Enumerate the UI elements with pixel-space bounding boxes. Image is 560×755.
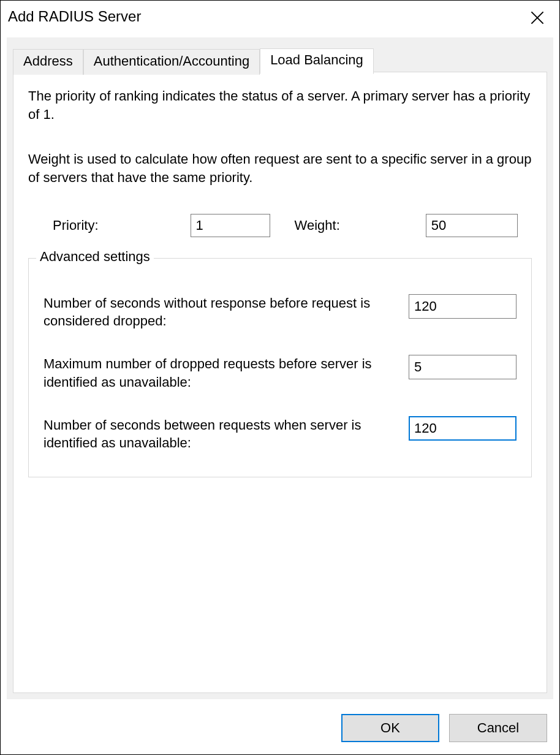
- priority-description-text: The priority of ranking indicates the st…: [28, 87, 532, 123]
- dialog-title: Add RADIUS Server: [8, 6, 141, 25]
- advanced-settings-group: Advanced settings Number of seconds with…: [28, 258, 532, 477]
- adv-max-dropped-input[interactable]: [409, 355, 516, 379]
- dialog-body: Address Authentication/Accounting Load B…: [7, 37, 553, 699]
- adv-row-max-dropped: Maximum number of dropped requests befor…: [44, 355, 516, 391]
- advanced-settings-legend: Advanced settings: [36, 249, 154, 265]
- weight-description-text: Weight is used to calculate how often re…: [28, 150, 532, 186]
- tab-load-balancing[interactable]: Load Balancing: [260, 48, 374, 74]
- dialog-footer: OK Cancel: [341, 714, 547, 742]
- tab-strip: Address Authentication/Accounting Load B…: [13, 48, 374, 74]
- titlebar: Add RADIUS Server: [1, 1, 559, 37]
- close-icon: [531, 11, 544, 25]
- priority-label: Priority:: [53, 218, 99, 233]
- adv-row-retry-seconds: Number of seconds between requests when …: [44, 416, 516, 452]
- weight-input[interactable]: [426, 214, 518, 237]
- add-radius-server-dialog: Add RADIUS Server Address Authentication…: [0, 0, 560, 755]
- adv-dropped-seconds-input[interactable]: [409, 294, 516, 319]
- cancel-button[interactable]: Cancel: [449, 714, 547, 742]
- tab-authentication-accounting[interactable]: Authentication/Accounting: [83, 49, 260, 75]
- weight-label: Weight:: [295, 218, 340, 233]
- adv-retry-seconds-label: Number of seconds between requests when …: [44, 416, 399, 452]
- priority-input[interactable]: [191, 214, 270, 237]
- tab-panel-load-balancing: The priority of ranking indicates the st…: [13, 72, 547, 693]
- tab-address[interactable]: Address: [13, 49, 83, 75]
- adv-retry-seconds-input[interactable]: [409, 416, 516, 441]
- adv-dropped-seconds-label: Number of seconds without response befor…: [44, 294, 399, 330]
- adv-row-dropped-seconds: Number of seconds without response befor…: [44, 294, 516, 330]
- close-button[interactable]: [523, 6, 552, 30]
- priority-weight-row: Priority: Weight:: [28, 214, 532, 237]
- adv-max-dropped-label: Maximum number of dropped requests befor…: [44, 355, 399, 391]
- ok-button[interactable]: OK: [341, 714, 439, 742]
